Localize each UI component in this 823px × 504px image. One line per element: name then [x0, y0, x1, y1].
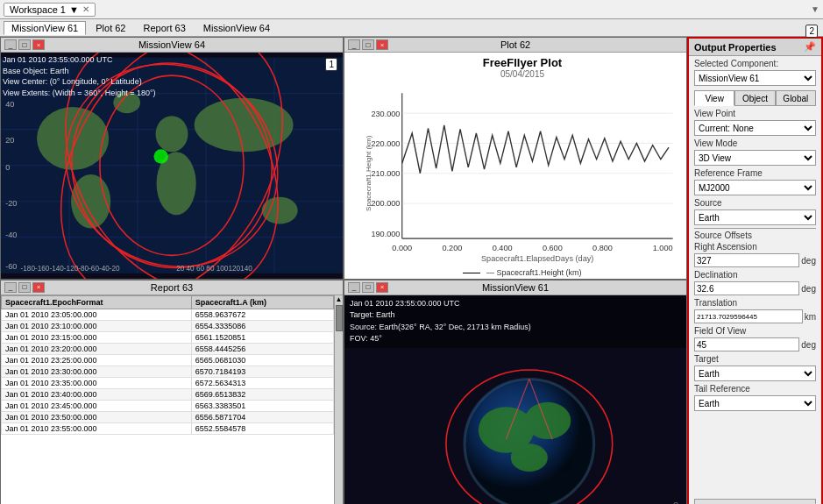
tab-object[interactable]: Object — [734, 90, 775, 106]
plot62-chart-title: FreeFllyer Plot — [362, 56, 683, 69]
refframe-section: Reference Frame MJ2000 — [694, 168, 816, 195]
panel-header-mv64: _ □ × MissionView 64 — [1, 38, 343, 53]
selected-component-select[interactable]: MissionView 61 — [694, 70, 816, 86]
svg-text:0.400: 0.400 — [493, 244, 513, 252]
panel-header-report63: _ □ × Report 63 — [1, 280, 343, 295]
plot62-maximize[interactable]: □ — [362, 39, 374, 50]
svg-point-56 — [525, 401, 571, 438]
main-container: _ □ × MissionView 64 Jan 01 2010 23:55:0… — [0, 37, 823, 504]
plot62-chart: 230.000 220.000 210.000 200.000 190.000 … — [362, 79, 683, 268]
fov-input[interactable] — [694, 337, 799, 351]
report63-title: Report 63 — [45, 282, 299, 293]
divider1 — [694, 228, 816, 229]
plot62-title: Plot 62 — [388, 39, 642, 50]
table-row: Jan 01 2010 23:15:00.0006561.1520851 — [2, 331, 334, 343]
viewpoint-section: View Point Current: None — [694, 109, 816, 136]
dec-input[interactable] — [694, 281, 799, 295]
workspace-tab[interactable]: Workspace 1 ▼ ✕ — [4, 3, 96, 17]
svg-point-11 — [71, 174, 110, 229]
source-section: Source Earth — [694, 198, 816, 225]
report63-controls: _ □ × — [4, 282, 45, 293]
translation-label: Translation — [694, 298, 816, 308]
ra-row: deg — [694, 253, 816, 267]
selected-component-label: Selected Component: — [694, 59, 816, 68]
ra-section: Right Ascension deg — [694, 242, 816, 267]
mv61-info: Jan 01 2010 23:55:00.000 UTC Target: Ear… — [344, 295, 686, 348]
panel-header-plot62: _ □ × Plot 62 — [344, 38, 686, 53]
viewmode-section: View Mode 3D View — [694, 138, 816, 166]
mv64-close[interactable]: × — [32, 39, 45, 50]
properties-scroll[interactable]: View Point Current: None View Mode 3D Vi… — [689, 109, 821, 495]
viewmode-label: View Mode — [694, 138, 816, 148]
table-row: Jan 01 2010 23:40:00.0006569.6513832 — [2, 388, 334, 400]
table-row: Jan 01 2010 23:50:00.0006556.5871704 — [2, 411, 334, 422]
mv61-controls: _ □ × — [348, 282, 388, 293]
top-right-arrow[interactable]: ▼ — [811, 4, 819, 14]
tab-view[interactable]: View — [694, 90, 734, 106]
sub-tabs-bar: MissionView 61 Plot 62 Report 63 Mission… — [0, 19, 823, 37]
col-epoch: Spacecraft1.EpochFormat — [2, 295, 192, 309]
viewpoint-select[interactable]: Current: None — [694, 120, 816, 136]
plot62-date: 05/04/2015 — [362, 69, 683, 79]
tab-missionview61[interactable]: MissionView 61 — [4, 21, 86, 35]
viewmode-select[interactable]: 3D View — [694, 150, 816, 166]
report63-maximize[interactable]: □ — [18, 282, 31, 293]
mv61-close[interactable]: × — [376, 282, 388, 293]
scroll-thumb[interactable] — [336, 305, 343, 331]
tab-plot62[interactable]: Plot 62 — [88, 21, 133, 35]
refframe-select[interactable]: MJ2000 — [694, 180, 816, 195]
mv61-maximize[interactable]: □ — [362, 282, 374, 293]
panel-plot62: _ □ × Plot 62 FreeFllyer Plot 05/04/2015 — [344, 37, 687, 280]
dec-row: deg — [694, 281, 816, 295]
tab-missionview64[interactable]: MissionView 64 — [195, 21, 278, 35]
translation-input[interactable] — [694, 309, 803, 323]
mv64-minimize[interactable]: _ — [4, 39, 17, 50]
ra-input[interactable] — [694, 253, 799, 267]
plot62-minimize[interactable]: _ — [348, 39, 360, 50]
report63-body: Spacecraft1.EpochFormat Spacecraft1.A (k… — [1, 295, 343, 505]
report63-scroll[interactable]: Spacecraft1.EpochFormat Spacecraft1.A (k… — [1, 295, 334, 505]
tailref-select[interactable]: Earth — [694, 395, 816, 411]
plot62-close[interactable]: × — [376, 39, 388, 50]
target-label: Target — [694, 354, 816, 364]
view-object-global-tabs: View Object Global — [694, 90, 816, 106]
graphics-card-btn[interactable]: Graphics Card Info — [694, 499, 816, 504]
tab-report63[interactable]: Report 63 — [135, 21, 193, 35]
tab-global[interactable]: Global — [776, 90, 816, 106]
col-altitude: Spacecraft1.A (km) — [191, 295, 333, 309]
svg-text:220.000: 220.000 — [371, 139, 400, 148]
report63-close[interactable]: × — [32, 282, 45, 293]
top-bar: Workspace 1 ▼ ✕ ▼ — [0, 0, 823, 19]
ra-label: Right Ascension — [694, 242, 816, 252]
target-select[interactable]: Earth — [694, 366, 816, 381]
report63-scrollbar[interactable]: ▲ ▼ — [334, 295, 343, 505]
source-select[interactable]: Earth — [694, 209, 816, 225]
table-row: Jan 01 2010 23:30:00.0006570.7184193 — [2, 366, 334, 377]
translation-row: km — [694, 309, 816, 323]
svg-text:Spacecraft1.ElapsedDays (day): Spacecraft1.ElapsedDays (day) — [481, 254, 593, 263]
mv61-line3: Source: Earth(326° RA, 32° Dec, 21713 km… — [350, 322, 681, 334]
mv64-maximize[interactable]: □ — [18, 39, 31, 50]
svg-text:0.600: 0.600 — [543, 244, 563, 252]
mv61-line1: Jan 01 2010 23:55:00.000 UTC — [350, 298, 681, 310]
dec-label: Declination — [694, 270, 816, 280]
pin-icon[interactable]: 📌 — [804, 41, 816, 53]
translation-unit: km — [805, 312, 816, 322]
svg-text:0.200: 0.200 — [443, 244, 463, 252]
tailref-label: Tail Reference — [694, 384, 816, 394]
mv61-minimize[interactable]: _ — [348, 282, 360, 293]
table-row: Jan 01 2010 23:55:00.0006552.5584578 — [2, 422, 334, 434]
report63-minimize[interactable]: _ — [4, 282, 17, 293]
workspace-close[interactable]: ✕ — [82, 4, 89, 14]
translation-section: Translation km — [694, 298, 816, 323]
panel-report63: _ □ × Report 63 Spacecraft1.EpochFormat — [0, 280, 344, 505]
legend-text: — Spacecraft1.Height (km) — [486, 268, 582, 277]
workspace-label: Workspace 1 — [10, 4, 66, 15]
scroll-up[interactable]: ▲ — [335, 295, 343, 303]
viewpoint-label: View Point — [694, 109, 816, 118]
table-row: Jan 01 2010 23:20:00.0006558.4445256 — [2, 343, 334, 354]
svg-text:-60: -60 — [5, 262, 17, 271]
mv64-info-line4: View Extents: (Width = 360°, Height = 18… — [3, 88, 156, 99]
svg-text:200.000: 200.000 — [371, 199, 400, 208]
workspace-dropdown[interactable]: ▼ — [69, 4, 79, 15]
